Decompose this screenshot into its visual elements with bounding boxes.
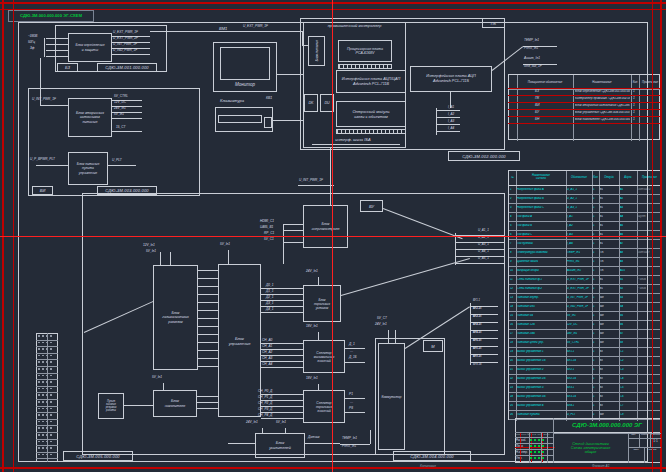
wire-label-ustl5: Д4_1 <box>266 308 274 311</box>
wire-label-vip_in: U_INT_PWR_1F <box>32 98 56 101</box>
wire-label-p1: Press_In1 <box>524 47 538 50</box>
margin-row-scribble <box>38 388 54 390</box>
wire-label-ao4: U_IND_PWR_1F <box>113 49 137 52</box>
wire-label-vip_o5: 15_CT <box>116 126 126 129</box>
wire-label-smax_o2: Р8 <box>349 407 353 410</box>
wire-label-sminl2: CH_A1 <box>262 345 272 348</box>
wire-label-nk1: 5V_In1 <box>152 376 162 379</box>
wire <box>508 88 660 89</box>
wire-label-vip_o1: 5V_CTRL <box>114 95 128 98</box>
wire <box>36 379 58 380</box>
wire <box>553 433 661 434</box>
wire <box>639 433 640 447</box>
wire <box>36 366 58 367</box>
wire-label-ek4: 5V_C1 <box>264 238 274 241</box>
signature-scribble <box>530 451 544 453</box>
wire <box>547 432 548 463</box>
wire-label: ВУ7.1В <box>473 356 482 359</box>
wire-label: ВУ3.1В <box>473 324 482 327</box>
wire-label-sminl5: CH_A4 <box>262 363 272 366</box>
wire-label: I_A3 <box>448 120 454 123</box>
wire-label-smin_o1: Д_1 <box>349 343 355 346</box>
wire-label-smin_t: 18V_In1 <box>306 325 318 328</box>
wire-label-vip_o4: 5V_In1 <box>114 113 124 116</box>
wire-label-ek3: RP_C1 <box>264 232 274 235</box>
wire <box>36 412 58 413</box>
wire <box>36 432 58 433</box>
margin-row-scribble <box>38 441 54 443</box>
wire-label-smaxl1: CH_P0_Д <box>258 390 272 393</box>
wire <box>36 353 58 354</box>
wire <box>0 9 666 10</box>
wire-label: U_A5_1 <box>478 257 489 260</box>
cad-crosshair-horizontal <box>0 236 666 237</box>
margin-row-scribble <box>38 454 54 456</box>
wire <box>36 445 58 446</box>
wire-label: ВУ8.1В <box>473 364 482 367</box>
wire <box>553 418 554 463</box>
margin-row-scribble <box>38 427 54 429</box>
margin-row-scribble <box>38 361 54 363</box>
wire-label: ВУ6.1В <box>473 348 482 351</box>
wire-label-as2: Press_In1 <box>342 445 356 448</box>
wire <box>36 373 58 374</box>
wire <box>650 433 651 447</box>
margin-row-scribble <box>38 381 54 383</box>
wire-label-smaxl3: CH_P2_Д <box>258 402 272 405</box>
margin-row-scribble <box>38 375 54 377</box>
wire-label-amp_out: Датчик <box>308 436 320 439</box>
wire-label-ek2: U485_B1 <box>260 226 273 229</box>
wire <box>36 452 58 453</box>
signature-scribble <box>530 439 544 441</box>
wire <box>644 447 645 463</box>
margin-row-scribble <box>38 408 54 410</box>
wire <box>508 116 660 117</box>
wire-label-gt2: 5V_In1 <box>146 250 156 253</box>
wire <box>515 447 555 448</box>
wire-label: I_A2 <box>448 113 454 116</box>
wire-label-smaxl5: CH_P4_Д <box>258 414 272 417</box>
drawing-tag-label: СДЮ-3М.000.000.000 ЭГ-СХЕМ <box>20 14 82 18</box>
wire-label-g1: Grid_out_1F <box>524 65 542 68</box>
wire-label-ustl4: Д3_1 <box>266 302 274 305</box>
wire-label-at1: 24V_In1 <box>246 421 258 424</box>
wire-label-ct1: 5V_In1 <box>220 243 230 246</box>
wire-label-mon_in: U_EXT_PWR_1F <box>243 25 268 28</box>
wire-label: I_A1 <box>448 106 454 109</box>
wire-label-smax_t: 18V_In1 <box>306 377 318 380</box>
wire-label: U_A1_1 <box>478 229 489 232</box>
margin-row-scribble <box>38 368 54 370</box>
wire-label-ek1: HDMI_C1 <box>260 220 274 223</box>
wire-label-ao2: U_EXT_PWR_2F <box>113 37 138 40</box>
wire-label-smaxl4: CH_P3_Д <box>258 408 272 411</box>
wire-label: ВУ2.1В <box>473 316 482 319</box>
wire-label: ВУ5.1В <box>473 340 482 343</box>
wire-label-m2: 50Гц <box>28 41 35 44</box>
margin-row-scribble <box>38 414 54 416</box>
wire-label: U_A4_1 <box>478 250 489 253</box>
wire-label-t1: TEMP_In1 <box>524 39 539 42</box>
wire-label-smaxl2: CH_P1_Д <box>258 396 272 399</box>
wire-label: ВУ1.1 <box>473 300 480 303</box>
wire-label: U_A3_1 <box>478 243 489 246</box>
wire-label-kt2: 24V_In1 <box>375 323 387 326</box>
wire-label: ВУ1.1В <box>473 308 482 311</box>
wire <box>0 467 666 469</box>
margin-row-scribble <box>38 394 54 396</box>
wire-label-as1: TEMP_In1 <box>342 437 357 440</box>
wire <box>36 439 58 440</box>
wire-label-ao3: U_INT_PWR_1F <box>113 43 137 46</box>
wire <box>36 406 58 407</box>
wire <box>508 95 660 96</box>
margin-row-scribble <box>38 348 54 350</box>
wire-label-sminl3: CH_A2 <box>262 351 272 354</box>
wire <box>36 399 58 400</box>
wire <box>36 346 58 347</box>
wire-label-kt1: 5V_CT <box>377 317 387 320</box>
wire <box>0 2 666 4</box>
wire-label-ust_t: 24V_In1 <box>306 270 318 273</box>
wire-label: I_A4 <box>448 127 454 130</box>
margin-row-scribble <box>38 447 54 449</box>
wire-label-vip_o3: 24V_In1 <box>114 107 126 110</box>
wire-label-ustl2: Д1_1 <box>266 290 274 293</box>
